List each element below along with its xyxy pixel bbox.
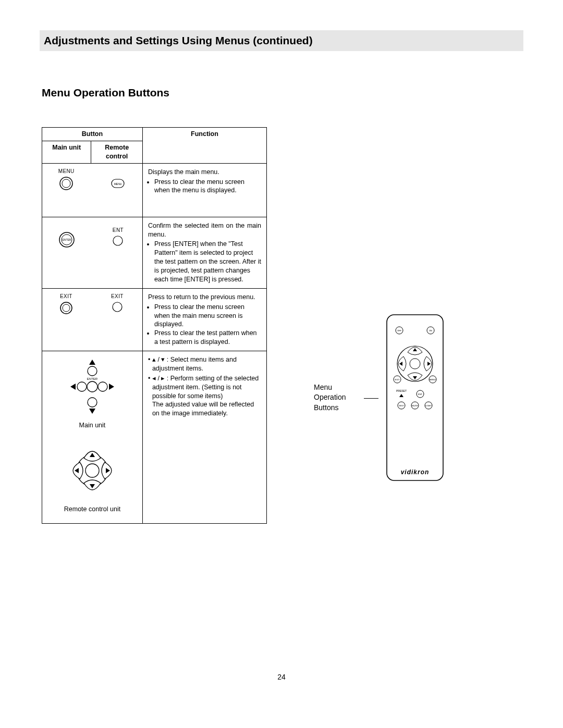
svg-text:OFF: OFF — [397, 329, 402, 332]
exit-remote-button-icon — [111, 301, 124, 313]
leader-line — [364, 398, 378, 399]
arrows-fn-leftright: ◂ / ▸ : Perform setting of the selected … — [152, 375, 259, 400]
enter-fn-main: Confirm the selected item on the main me… — [148, 221, 261, 239]
svg-text:ENTER: ENTER — [87, 377, 98, 380]
th-function: Function — [142, 128, 266, 164]
menu-operation-buttons-table: Button Function Main unit Remote control… — [42, 127, 267, 524]
menu-remote-button-icon: MENU — [111, 178, 125, 189]
remote-caption: Menu Operation Buttons — [314, 382, 359, 413]
arrows-fn-leftright-2: The adjusted value will be reflected on … — [152, 401, 254, 417]
svg-text:MUTE: MUTE — [412, 404, 418, 407]
arrows-remote-dpad-icon — [61, 439, 124, 502]
svg-point-10 — [113, 302, 122, 312]
svg-marker-14 — [89, 409, 95, 414]
svg-point-13 — [88, 398, 97, 407]
svg-text:LIGHT: LIGHT — [425, 404, 432, 407]
arrows-main-unit-label: Main unit — [79, 421, 106, 430]
menu-fn-bullet-1: Press to clear the menu screen when the … — [154, 178, 261, 195]
svg-text:PRESET: PRESET — [396, 389, 407, 392]
svg-text:ON: ON — [429, 329, 432, 332]
svg-text:MENU: MENU — [114, 182, 122, 186]
exit-main-label: EXIT — [60, 293, 72, 300]
svg-point-9 — [63, 304, 70, 312]
th-main-unit: Main unit — [42, 141, 91, 163]
th-button: Button — [42, 128, 143, 141]
svg-point-12 — [88, 366, 97, 376]
svg-point-17 — [98, 382, 107, 391]
menu-fn-main: Displays the main menu. — [148, 168, 261, 177]
svg-point-22 — [85, 464, 99, 477]
svg-marker-15 — [70, 384, 76, 390]
svg-text:MENU: MENU — [430, 378, 436, 381]
enter-remote-button-icon — [112, 235, 124, 247]
menu-main-button-icon — [58, 176, 74, 191]
svg-point-19 — [87, 381, 97, 392]
svg-point-33 — [410, 359, 420, 369]
page-header-title: Adjustments and Settings Using Menus (co… — [44, 34, 313, 47]
svg-point-1 — [62, 179, 70, 188]
arrows-remote-unit-label: Remote control unit — [64, 505, 120, 514]
arrows-main-unit-icon: ENTER — [61, 355, 124, 418]
svg-text:EXIT: EXIT — [395, 378, 400, 381]
menu-main-label: MENU — [58, 168, 75, 175]
section-title: Menu Operation Buttons — [42, 87, 169, 99]
svg-text:TEST: TEST — [399, 404, 405, 407]
svg-point-16 — [77, 382, 87, 391]
enter-main-button-icon: ENTER — [58, 231, 76, 249]
exit-remote-label: EXIT — [111, 293, 124, 300]
svg-point-7 — [113, 236, 123, 245]
page-header-band: Adjustments and Settings Using Menus (co… — [40, 30, 523, 51]
enter-fn-bullet-1: Press [ENTER] when the "Test Pattern" it… — [154, 240, 261, 283]
exit-fn-main: Press to return to the previous menu. — [148, 293, 261, 302]
page-number: 24 — [0, 673, 563, 681]
svg-text:ENT: ENT — [418, 393, 423, 396]
th-remote: Remote control — [91, 141, 143, 163]
arrows-fn-updown: ▴ / ▾ : Select menu items and adjustment… — [151, 355, 261, 373]
enter-remote-label: ENT — [113, 227, 124, 234]
exit-fn-bullet-2: Press to clear the test pattern when a t… — [154, 329, 261, 347]
exit-main-button-icon — [59, 301, 74, 315]
exit-fn-bullet-1: Press to clear the menu screen when the … — [154, 303, 261, 329]
remote-control-illustration: OFF ON EXIT MENU PRESET ENT — [384, 312, 446, 484]
svg-text:vidikron: vidikron — [401, 468, 430, 476]
svg-marker-18 — [109, 384, 114, 390]
svg-marker-11 — [89, 360, 95, 365]
svg-rect-27 — [387, 315, 443, 480]
svg-text:ENTER: ENTER — [63, 238, 71, 241]
